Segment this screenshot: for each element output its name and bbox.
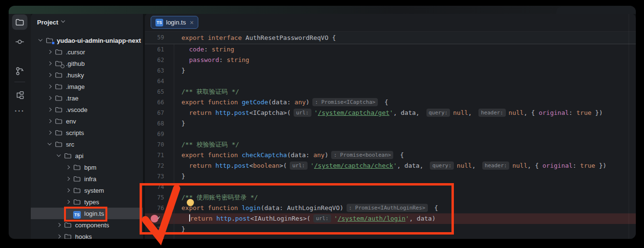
code-line-75[interactable]: 75/** 使用账号密码登录 */ [145, 192, 636, 203]
gutter[interactable] [164, 76, 174, 87]
gutter[interactable] [164, 161, 174, 171]
gutter[interactable] [164, 118, 174, 129]
tab-close-icon[interactable]: × [190, 19, 193, 26]
line-number[interactable]: 78 [145, 224, 164, 235]
code-line-63[interactable]: 63} [145, 65, 636, 76]
chevron-right-icon[interactable] [47, 107, 53, 112]
line-number[interactable]: 67 [145, 108, 164, 118]
tree-item-bpm[interactable]: bpm [31, 161, 143, 173]
tree-item-yudao-ui-admin-uniapp-next[interactable]: yudao-ui-admin-uniapp-next [31, 35, 143, 46]
gutter[interactable] [164, 192, 174, 203]
chevron-right-icon[interactable] [47, 61, 53, 66]
gutter[interactable] [164, 224, 174, 235]
gutter[interactable] [164, 108, 174, 118]
tree-item-github[interactable]: .github [31, 58, 143, 69]
tree-item-cursor[interactable]: .cursor [31, 46, 143, 58]
code-line-79[interactable]: 79 [145, 235, 636, 239]
commit-icon[interactable] [15, 37, 25, 47]
line-number[interactable]: 72 [145, 161, 164, 171]
gutter[interactable] [164, 213, 174, 224]
code-line-76[interactable]: 76export function login(data: AuthLoginR… [145, 203, 636, 213]
code-line-66[interactable]: 66export function getCode(data: any): Pr… [145, 97, 636, 108]
tree-item-components[interactable]: components [31, 219, 143, 231]
code-line-71[interactable]: 71export function checkCaptcha(data: any… [145, 150, 636, 161]
gutter[interactable] [164, 235, 174, 239]
editor-scrollbar[interactable] [629, 13, 629, 239]
code-line-64[interactable]: 64 [145, 76, 636, 87]
line-number[interactable]: 74 [145, 182, 164, 192]
code-line-78[interactable]: 78} [145, 224, 636, 235]
project-panel-header[interactable]: Project [31, 13, 143, 31]
line-number[interactable]: 73 [145, 171, 164, 182]
more-icon[interactable]: ··· [15, 107, 25, 115]
chevron-right-icon[interactable] [47, 84, 53, 89]
line-number[interactable]: 79 [145, 235, 164, 239]
breakpoint-verified-icon[interactable]: ✓ [151, 215, 158, 223]
code-line-62[interactable]: 62 password: string [145, 55, 636, 65]
chevron-right-icon[interactable] [47, 118, 53, 124]
tree-item-src[interactable]: src [31, 138, 143, 150]
chevron-right-icon[interactable] [47, 72, 53, 78]
line-number[interactable]: 76 [145, 203, 164, 213]
chevron-right-icon[interactable] [56, 222, 62, 228]
tree-item-types[interactable]: types [31, 196, 143, 208]
chevron-right-icon[interactable] [47, 130, 53, 136]
tree-item-system[interactable]: system [31, 185, 143, 196]
tree-item-scripts[interactable]: scripts [31, 127, 143, 138]
tree-item-api[interactable]: api [31, 150, 143, 161]
chevron-right-icon[interactable] [65, 199, 71, 205]
chevron-right-icon[interactable] [65, 176, 71, 182]
chevron-right-icon[interactable] [56, 234, 62, 239]
gutter[interactable] [164, 55, 174, 65]
gutter[interactable] [164, 171, 174, 182]
code-line-68[interactable]: 68} [145, 118, 636, 129]
chevron-right-icon[interactable] [47, 49, 53, 55]
tree-item-vscode[interactable]: .vscode [31, 104, 143, 115]
code-line-72[interactable]: 72 return http.post<boolean>(url:'/syste… [145, 161, 636, 171]
tab-login-ts[interactable]: TS login.ts × [151, 16, 198, 29]
gutter[interactable] [164, 139, 174, 150]
line-number[interactable]: 64 [145, 76, 164, 87]
line-number[interactable]: 63 [145, 65, 164, 76]
line-number[interactable]: 65 [145, 87, 164, 97]
line-number[interactable]: 68 [145, 118, 164, 129]
code-line-73[interactable]: 73} [145, 171, 636, 182]
chevron-down-icon[interactable] [47, 141, 53, 147]
version-control-icon[interactable] [15, 66, 25, 76]
line-number[interactable]: 61 [145, 44, 164, 55]
gutter[interactable] [164, 97, 174, 108]
line-number[interactable]: 75 [145, 192, 164, 203]
code-line-61[interactable]: 61 code: string [145, 44, 636, 55]
chevron-down-icon[interactable] [56, 153, 62, 159]
tree-item-hooks[interactable]: hooks [31, 231, 143, 239]
code-line-74[interactable]: 74 [145, 182, 636, 192]
gutter[interactable] [164, 44, 174, 55]
tree-item-image[interactable]: .image [31, 81, 143, 92]
sidebar-item-project[interactable] [12, 14, 27, 30]
structure-icon[interactable] [15, 90, 25, 100]
line-number[interactable]: 70 [145, 139, 164, 150]
chevron-right-icon[interactable] [47, 95, 53, 101]
gutter[interactable] [164, 87, 174, 97]
tree-item-trae[interactable]: .trae [31, 92, 143, 104]
chevron-right-icon[interactable] [65, 187, 71, 193]
line-number[interactable]: 62 [145, 55, 164, 65]
code-line-70[interactable]: 70/** 校验验证码 */ [145, 139, 636, 150]
tree-item-husky[interactable]: .husky [31, 69, 143, 81]
code-line-59[interactable]: 59export interface AuthResetPasswordReqV… [145, 32, 636, 44]
gutter[interactable] [164, 65, 174, 76]
code-line-77[interactable]: ✓ return http.post<IAuthLoginRes>(url:'/… [145, 213, 636, 224]
chevron-right-icon[interactable] [65, 164, 71, 170]
tree-item-env[interactable]: env [31, 115, 143, 127]
line-number[interactable]: 69 [145, 129, 164, 139]
gutter[interactable] [164, 182, 174, 192]
line-number[interactable]: 71 [145, 150, 164, 161]
intention-bulb-icon[interactable] [187, 199, 194, 206]
tree-item-infra[interactable]: infra [31, 173, 143, 185]
code-line-69[interactable]: 69 [145, 129, 636, 139]
code-line-65[interactable]: 65/** 获取验证码 */ [145, 87, 636, 97]
gutter[interactable] [164, 150, 174, 161]
line-number[interactable]: 59 [145, 32, 164, 44]
line-number[interactable]: 66 [145, 97, 164, 108]
chevron-down-icon[interactable] [38, 37, 44, 43]
